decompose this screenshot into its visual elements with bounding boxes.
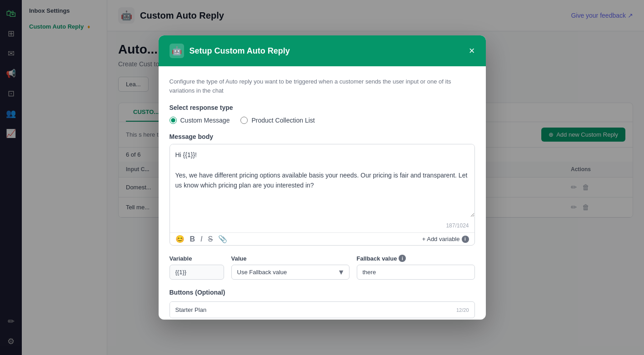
modal-title: Setup Custom Auto Reply	[190, 46, 290, 56]
setup-modal: 🤖 Setup Custom Auto Reply × Configure th…	[159, 35, 486, 320]
modal-body: Configure the type of Auto reply you wan…	[159, 66, 486, 320]
emoji-icon[interactable]: 😊	[175, 235, 185, 243]
variable-row: Variable Value Use Fallback value Custom…	[170, 255, 475, 280]
value-label: Value	[231, 255, 349, 262]
variable-input[interactable]	[170, 265, 224, 280]
modal-header-left: 🤖 Setup Custom Auto Reply	[170, 44, 290, 58]
fallback-info-icon: i	[399, 255, 406, 262]
modal-description: Configure the type of Auto reply you wan…	[170, 77, 475, 95]
modal-overlay: 🤖 Setup Custom Auto Reply × Configure th…	[0, 0, 644, 355]
bold-icon[interactable]: B	[190, 235, 195, 243]
button-1-char-count: 12/20	[451, 307, 474, 313]
fallback-input[interactable]	[357, 265, 475, 280]
radio-custom-message[interactable]: Custom Message	[170, 117, 230, 124]
strikethrough-icon[interactable]: S	[208, 235, 213, 243]
variable-col: Variable	[170, 255, 224, 280]
attachment-icon[interactable]: 📎	[218, 235, 227, 243]
button-input-1[interactable]	[170, 302, 451, 318]
radio-group: Custom Message Product Collection List	[170, 117, 475, 124]
value-select[interactable]: Use Fallback value Customer Name Custom …	[231, 265, 349, 280]
fallback-label-wrapper: Fallback value i	[357, 255, 475, 262]
radio-product-label: Product Collection List	[251, 117, 315, 124]
fallback-col: Fallback value i	[357, 255, 475, 280]
variable-section: Variable Value Use Fallback value Custom…	[170, 255, 475, 280]
variable-label: Variable	[170, 255, 224, 262]
buttons-section: Buttons (Optional) 12/20 12/20	[170, 289, 475, 320]
add-variable-button[interactable]: + Add variable i	[422, 236, 469, 243]
italic-icon[interactable]: I	[200, 235, 202, 243]
robot-icon: 🤖	[172, 46, 182, 56]
radio-product-input[interactable]	[240, 117, 248, 124]
modal-close-button[interactable]: ×	[469, 46, 475, 56]
button-row-1: 12/20	[170, 301, 475, 318]
value-col: Value Use Fallback value Customer Name C…	[231, 255, 349, 280]
add-variable-label: + Add variable	[422, 236, 460, 242]
response-type-label: Select response type	[170, 104, 475, 111]
message-body-label: Message body	[170, 133, 475, 140]
buttons-label: Buttons (Optional)	[170, 289, 475, 296]
fallback-label: Fallback value	[357, 255, 397, 262]
radio-product-list[interactable]: Product Collection List	[240, 117, 315, 124]
radio-custom-input[interactable]	[170, 117, 177, 124]
message-textarea[interactable]: Hi {{1}}! Yes, we have different pricing…	[170, 144, 474, 217]
variable-info-icon: i	[462, 236, 469, 243]
modal-header-icon: 🤖	[170, 44, 184, 58]
value-select-wrapper: Use Fallback value Customer Name Custom …	[231, 265, 349, 280]
radio-custom-label: Custom Message	[180, 117, 230, 124]
char-count: 187/1024	[170, 221, 474, 231]
modal-header: 🤖 Setup Custom Auto Reply ×	[159, 35, 486, 66]
toolbar: 😊 B I S 📎 + Add variable i	[170, 232, 474, 245]
